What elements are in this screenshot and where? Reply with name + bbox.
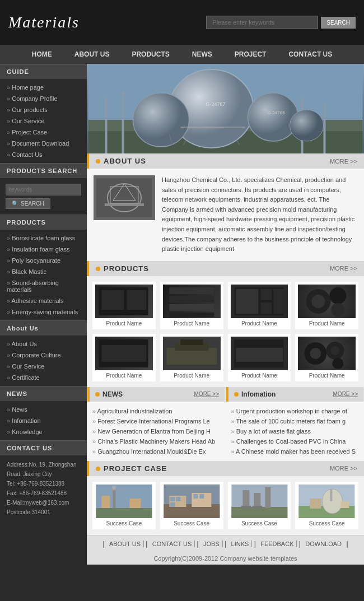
nav-products[interactable]: PRODUCTS xyxy=(120,45,180,64)
sidebar-item-adhesive[interactable]: Adhesive materials xyxy=(0,295,87,306)
sidebar-item-homepage[interactable]: Home page xyxy=(0,82,87,93)
svg-rect-27 xyxy=(169,296,214,302)
sidebar-item-products[interactable]: Our products xyxy=(0,104,87,115)
info-title-label: Infomation xyxy=(234,390,276,398)
footer-jobs-link[interactable]: JOBS xyxy=(200,541,223,547)
about-title: About Us xyxy=(0,320,87,336)
products-search-input[interactable] xyxy=(6,184,81,195)
sidebar-item-sound[interactable]: Sound-absorbing materials xyxy=(0,277,87,295)
info-item[interactable]: Challenges to Coal-based PVC in China xyxy=(231,436,359,446)
nav-news[interactable]: NEWS xyxy=(181,45,223,64)
product-item[interactable]: Product Name xyxy=(228,282,291,329)
product-name: Product Name xyxy=(95,372,153,379)
nav-about[interactable]: ABOUT US xyxy=(63,45,121,64)
news-item[interactable]: Guangzhou International Mould&Die Ex xyxy=(92,446,220,456)
sidebar-item-profile[interactable]: Company Profile xyxy=(0,93,87,104)
about-image xyxy=(94,175,155,220)
project-item[interactable]: Success Case xyxy=(160,482,223,529)
svg-rect-73 xyxy=(252,506,262,509)
search-bar: SEARCH xyxy=(206,16,356,29)
product-item[interactable]: Product Name xyxy=(295,334,358,381)
project-image xyxy=(231,484,288,518)
contact-tel: Tel: +86-769-83521388 xyxy=(7,479,80,488)
sidebar: GUIDE Home page Company Profile Our prod… xyxy=(0,64,87,565)
sidebar-item-news[interactable]: News xyxy=(0,404,87,415)
products-search-title: PRODUCTS SEARCH xyxy=(0,163,87,178)
info-item[interactable]: The sale of 100 cubic meters flat foam g xyxy=(231,416,359,426)
products-search-button[interactable]: 🔍 SEARCH xyxy=(6,198,50,209)
svg-rect-70 xyxy=(254,493,260,508)
svg-rect-16 xyxy=(181,127,245,128)
products-nav: Borosilicate foam glass Insulation foam … xyxy=(0,230,87,320)
search-button[interactable]: SEARCH xyxy=(321,17,356,29)
products-more-link[interactable]: MORE >> xyxy=(330,265,357,272)
sidebar-item-insulation[interactable]: Insulation foam glass xyxy=(0,244,87,255)
sidebar-item-poly[interactable]: Poly isocyanurate xyxy=(0,255,87,266)
sidebar-item-knowledge[interactable]: Knowledge xyxy=(0,426,87,437)
dot-news xyxy=(95,392,100,397)
nav-contact[interactable]: CONTACT US xyxy=(277,45,343,64)
footer-contact-link[interactable]: CONTACT US xyxy=(150,541,195,547)
info-more-link[interactable]: MORE >> xyxy=(333,391,358,397)
news-more-link[interactable]: MORE >> xyxy=(194,391,219,397)
sidebar-item-borosilicate[interactable]: Borosilicate foam glass xyxy=(0,232,87,244)
product-item[interactable]: Product Name xyxy=(160,282,223,329)
search-input[interactable] xyxy=(206,16,318,29)
about-more-link[interactable]: MORE >> xyxy=(330,158,357,165)
product-item[interactable]: Product Name xyxy=(160,334,223,381)
news-list: Agricultural industrialization Forest Se… xyxy=(87,402,226,461)
svg-rect-62 xyxy=(176,497,180,501)
footer-links-link[interactable]: LINKS xyxy=(228,541,253,547)
product-image xyxy=(95,285,153,318)
nav-project[interactable]: PROJECT xyxy=(223,45,278,64)
contact-postcode: Postcode:314001 xyxy=(7,507,80,517)
info-item[interactable]: Urgent production workshop in charge of xyxy=(231,406,359,416)
svg-rect-29 xyxy=(169,313,214,317)
project-item[interactable]: Success Case xyxy=(295,482,358,529)
news-info-headers: NEWS MORE >> Infomation MORE >> xyxy=(87,387,364,402)
news-item[interactable]: Forest Service International Programs Le xyxy=(92,416,220,426)
news-item[interactable]: Agricultural industrialization xyxy=(92,406,220,416)
sidebar-item-contact[interactable]: Contact Us xyxy=(0,149,87,160)
footer-about-link[interactable]: ABOUT US xyxy=(106,541,144,547)
product-item[interactable]: Product Name xyxy=(228,334,291,381)
svg-rect-32 xyxy=(260,289,272,300)
project-item[interactable]: Success Case xyxy=(228,482,291,529)
product-item[interactable]: Product Name xyxy=(92,334,156,381)
project-name: Success Case xyxy=(298,520,356,527)
project-image xyxy=(163,484,221,518)
project-section-header: PROJECT CASE MORE >> xyxy=(87,461,364,476)
product-image xyxy=(163,337,221,370)
product-item[interactable]: Product Name xyxy=(295,282,358,329)
products-section-title: PRODUCTS xyxy=(96,264,149,273)
project-more-link[interactable]: MORE >> xyxy=(330,465,357,472)
project-item[interactable]: Success Case xyxy=(92,482,156,529)
sidebar-item-energy[interactable]: Energy-saving materials xyxy=(0,306,87,318)
news-info-content: Agricultural industrialization Forest Se… xyxy=(87,402,364,461)
dot-info xyxy=(234,392,239,397)
news-title: NEWS xyxy=(0,386,87,401)
sidebar-item-certificate[interactable]: Certificate xyxy=(0,372,87,383)
sidebar-item-download[interactable]: Document Download xyxy=(0,138,87,149)
footer-feedback-link[interactable]: FEEDBACK xyxy=(258,541,297,547)
product-name: Product Name xyxy=(298,372,356,379)
svg-rect-3 xyxy=(105,97,108,153)
nav-home[interactable]: HOME xyxy=(21,45,63,64)
svg-rect-56 xyxy=(101,496,110,508)
product-item[interactable]: Product Name xyxy=(92,282,156,329)
sidebar-item-black[interactable]: Black Mastic xyxy=(0,266,87,277)
svg-point-36 xyxy=(312,295,325,308)
info-item[interactable]: A Chinese mold maker has been received S xyxy=(231,446,359,456)
news-item[interactable]: New Generation of Elantra from Beijing H xyxy=(92,426,220,436)
svg-rect-33 xyxy=(260,302,272,314)
sidebar-item-project[interactable]: Project Case xyxy=(0,127,87,138)
footer-download-link[interactable]: DOWNLOAD xyxy=(302,541,344,547)
sidebar-item-service[interactable]: Our Service xyxy=(0,115,87,127)
sidebar-item-about[interactable]: About Us xyxy=(0,338,87,350)
svg-rect-57 xyxy=(129,498,141,508)
sidebar-item-info[interactable]: Infomation xyxy=(0,415,87,426)
sidebar-item-our-service[interactable]: Our Service xyxy=(0,361,87,372)
news-item[interactable]: China's Plastic Machinery Makers Head Ab xyxy=(92,436,220,446)
sidebar-item-culture[interactable]: Corporate Culture xyxy=(0,350,87,361)
info-item[interactable]: Buy a lot of waste flat glass xyxy=(231,426,359,436)
